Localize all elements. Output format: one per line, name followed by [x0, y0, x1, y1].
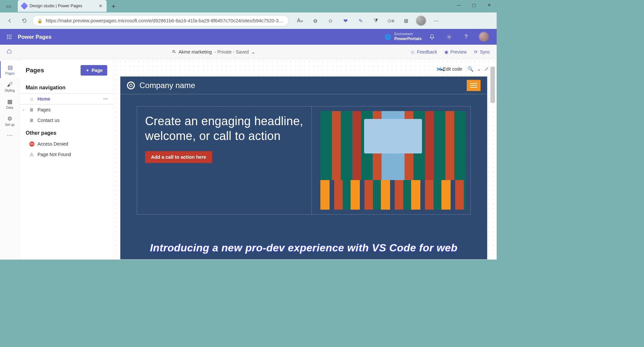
add-page-button[interactable]: ＋ Page — [81, 65, 107, 76]
sync-icon: ⟳ — [474, 49, 478, 55]
feedback-button[interactable]: ☺ Feedback — [410, 49, 437, 55]
environment-icon: 🌐 — [384, 34, 391, 40]
hero-headline[interactable]: Create an engaging headline, welcome, or… — [145, 114, 304, 143]
data-icon: ▦ — [7, 98, 12, 105]
site-meta: - Private - Saved — [214, 49, 249, 55]
expand-icon[interactable]: ⤢ — [484, 66, 489, 72]
svg-point-9 — [448, 36, 450, 37]
zoom-out-icon[interactable]: ⊖ — [309, 14, 322, 27]
svg-point-5 — [11, 36, 12, 37]
hero-image[interactable] — [320, 111, 466, 210]
app-name: Power Pages — [18, 34, 52, 40]
rail-item-pages[interactable]: ▤ Pages — [0, 61, 20, 78]
rail-more-button[interactable]: ⋯ — [7, 131, 13, 139]
styling-icon: 🖌 — [7, 81, 12, 88]
svg-point-2 — [11, 35, 12, 35]
hero-section[interactable]: Create an engaging headline, welcome, or… — [137, 106, 471, 215]
svg-point-7 — [9, 38, 10, 39]
cta-button[interactable]: Add a call to action here — [145, 151, 212, 163]
zoom-dropdown-icon[interactable]: ⌄ — [477, 66, 481, 72]
nav-back-button[interactable] — [3, 14, 16, 27]
page-icon: 🗎 — [29, 118, 34, 123]
hamburger-menu-button[interactable] — [467, 80, 481, 91]
sync-button[interactable]: ⟳ Sync — [474, 49, 490, 55]
waffle-menu-icon[interactable] — [3, 29, 16, 45]
not-found-icon: ⚠ — [29, 152, 34, 157]
hero-text-cell[interactable]: Create an engaging headline, welcome, or… — [137, 106, 312, 214]
url-text: https://make.preview.powerpages.microsof… — [46, 18, 284, 23]
svg-point-1 — [9, 35, 10, 35]
browser-tab[interactable]: Design studio | Power Pages ✕ — [18, 0, 107, 12]
preview-button[interactable]: ◉ Preview — [444, 49, 467, 55]
sidebar-title: Pages — [26, 67, 44, 74]
announcement-banner: Introducing a new pro-dev experience wit… — [120, 240, 487, 256]
close-tab-icon[interactable]: ✕ — [99, 3, 103, 9]
favorite-icon[interactable]: ✩ — [324, 14, 337, 27]
svg-point-0 — [7, 35, 8, 35]
hero-image-cell[interactable] — [316, 106, 470, 214]
pages-icon: ▤ — [8, 64, 13, 71]
new-tab-button[interactable]: ＋ — [109, 0, 118, 12]
svg-point-8 — [11, 38, 12, 39]
nav-item-contact-us[interactable]: 🗎 Contact us — [20, 115, 113, 126]
feather-icon[interactable]: ✎ — [354, 14, 367, 27]
chevron-down-icon: ⌄ — [251, 49, 255, 55]
feedback-icon: ☺ — [410, 49, 415, 55]
svg-point-4 — [9, 36, 10, 37]
notifications-icon[interactable] — [425, 29, 439, 45]
svg-point-11 — [174, 51, 175, 52]
company-name[interactable]: Company name — [139, 81, 195, 90]
user-avatar[interactable] — [479, 32, 489, 42]
nav-item-access-denied[interactable]: ⛔ Access Denied — [20, 139, 113, 149]
setup-icon: ⚙ — [7, 115, 12, 122]
environment-picker[interactable]: Environment PowerPortals — [394, 32, 422, 41]
collections-icon[interactable]: ⊞ — [399, 14, 412, 27]
edit-code-button[interactable]: ⋊ Edit code — [434, 66, 464, 72]
read-aloud-icon[interactable]: A» — [293, 14, 307, 27]
preview-icon: ◉ — [444, 49, 448, 55]
home-page-icon: ⌂ — [29, 96, 34, 102]
section-main-nav: Main navigation — [20, 80, 113, 93]
tab-title: Design studio | Power Pages — [30, 4, 96, 8]
nav-item-page-not-found[interactable]: ⚠ Page Not Found — [20, 149, 113, 160]
site-preview-frame: Company name Create an engaging headline… — [120, 76, 487, 260]
settings-icon[interactable] — [442, 29, 456, 45]
tab-actions-button[interactable]: ▭ — [3, 0, 14, 12]
preview-navbar: Company name — [120, 77, 487, 94]
favorites-bar-icon[interactable]: ✩≡ — [384, 14, 397, 27]
access-denied-icon: ⛔ — [29, 141, 34, 147]
tab-favicon — [21, 2, 28, 10]
help-icon[interactable]: ? — [459, 29, 473, 45]
page-icon: 🗎 — [29, 107, 34, 112]
zoom-in-icon[interactable]: 🔍 — [467, 66, 474, 72]
svg-point-10 — [172, 50, 174, 52]
lock-icon: 🔒 — [37, 18, 42, 23]
extensions-icon[interactable]: ⧩ — [369, 14, 382, 27]
chevron-right-icon[interactable]: › — [23, 108, 24, 112]
item-more-icon[interactable]: ⋯ — [103, 96, 108, 102]
rail-item-data[interactable]: ▦ Data — [0, 95, 20, 112]
browser-profile-button[interactable] — [414, 14, 428, 27]
rail-item-styling[interactable]: 🖌 Styling — [0, 78, 20, 95]
people-icon — [171, 49, 176, 55]
design-canvas[interactable]: ⋊ Edit code 🔍 ⌄ ⤢ ↖ Company name Create … — [113, 59, 497, 260]
health-icon[interactable]: ❤ — [339, 14, 352, 27]
svg-point-6 — [7, 38, 8, 39]
address-bar[interactable]: 🔒 https://make.preview.powerpages.micros… — [32, 15, 289, 26]
browser-more-button[interactable]: ⋯ — [430, 14, 443, 27]
site-picker[interactable]: Akme marketing - Private - Saved ⌄ — [171, 49, 255, 55]
window-close-button[interactable]: ✕ — [482, 0, 497, 10]
home-icon[interactable] — [7, 49, 16, 55]
section-other-pages: Other pages — [20, 126, 113, 139]
site-name: Akme marketing — [179, 49, 212, 55]
svg-point-3 — [7, 36, 8, 37]
nav-item-pages[interactable]: › 🗎 Pages — [20, 104, 113, 115]
company-logo-icon — [127, 81, 135, 89]
window-maximize-button[interactable]: ▢ — [466, 0, 482, 10]
nav-item-home[interactable]: ⌂ Home ⋯ — [20, 93, 113, 104]
plus-icon: ＋ — [85, 67, 90, 73]
nav-refresh-button[interactable] — [18, 14, 31, 27]
rail-item-setup[interactable]: ⚙ Set up — [0, 112, 20, 129]
vertical-scrollbar[interactable] — [490, 67, 495, 103]
window-minimize-button[interactable]: — — [451, 0, 466, 10]
